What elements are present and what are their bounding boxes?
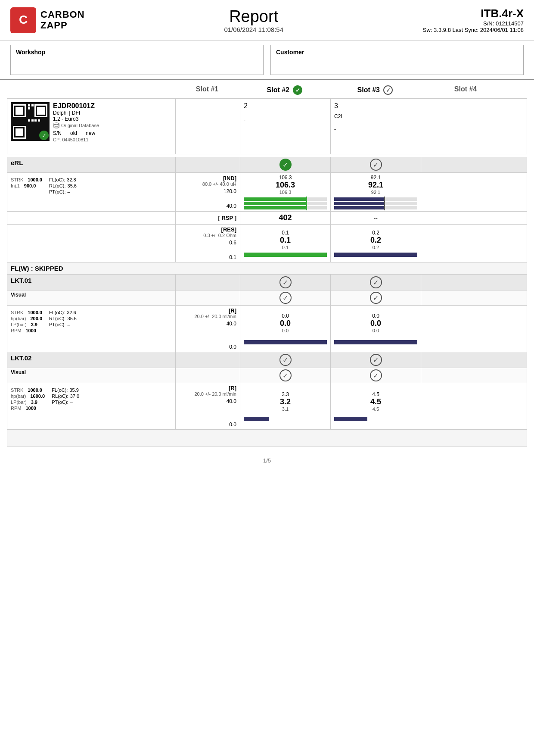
logo-area: C CARBON ZAPP: [10, 7, 85, 33]
device-slot4-cell: [421, 99, 511, 154]
lkt02-visual-slot4: [421, 368, 511, 383]
lkt01-strk-label: STRK: [11, 310, 23, 315]
rl-val: 35.6: [68, 183, 77, 188]
lkt01-visual-slot2: ✓: [240, 291, 330, 305]
lkt02-strk-label: STRK: [11, 387, 23, 393]
lkt01-strk-block: STRK 1000.0 hp(bar) 200.0 LP(bar) 3.9 RP…: [11, 310, 42, 333]
lkt02-r-bottom: 0.0: [227, 422, 236, 428]
slot4-header: Slot #4: [420, 84, 511, 97]
device-slot3-cell: 3 C2I -: [330, 99, 421, 154]
lkt02-fl-label: FL(oC):: [52, 387, 68, 393]
lkt02-slot3-val3: 4.5: [373, 406, 379, 412]
inj-val: 900.0: [24, 183, 36, 188]
erl-slot3-check: ✓: [330, 157, 421, 172]
lkt01-r-slot2: 0.0 0.0 0.0: [240, 306, 330, 352]
slot2-res-val3: 0.1: [282, 245, 289, 250]
device-slot2-cell: 2 -: [240, 99, 330, 154]
lkt02-strk-block: STRK 1000.0 hp(bar) 1600.0 LP(bar) 3.9 R…: [11, 387, 45, 411]
lkt01-slot3-val2: 0.0: [370, 319, 381, 328]
lkt02-title: LKT.02: [7, 352, 175, 368]
lkt02-slot2-val2: 3.2: [280, 397, 291, 406]
lkt01-r-top: 40.0: [227, 321, 236, 327]
device-slot1-cell: [175, 99, 240, 154]
lkt02-slot2-check-icon: ✓: [279, 354, 292, 366]
erl-slot4: [421, 157, 511, 172]
lkt01-slot2-val3: 0.0: [282, 328, 289, 333]
sn-old-label: old: [70, 130, 77, 136]
pt-label: PT(oC):: [49, 189, 66, 194]
lkt02-slot2-check: ✓: [240, 352, 330, 368]
rsp-slot3-val: --: [374, 215, 378, 221]
lkt01-visual-label: Visual: [7, 291, 175, 305]
lkt01-visual-slot3-icon: ✓: [370, 292, 382, 304]
device-info: ✓ EJDR00101Z Delphi | DFI 1.2 - Euro3 Or…: [7, 99, 175, 154]
erl-ind-slot2: 106.3 106.3 106.3: [240, 173, 330, 211]
slot3-ind-val1: 92.1: [371, 175, 381, 181]
lkt02-slot2-val1: 3.3: [282, 391, 289, 397]
slot3-res-val3: 0.2: [373, 245, 379, 250]
slot2-number: 2: [244, 102, 327, 110]
lkt02-visual-slot3: ✓: [330, 368, 421, 383]
lkt02-rl-label: RL(oC):: [52, 394, 68, 399]
lkt02-rl-val: 37.0: [70, 394, 79, 399]
lkt02-lp-val: 3.9: [31, 400, 37, 405]
svg-rect-12: [28, 104, 30, 106]
svg-rect-11: [16, 128, 23, 136]
lkt02-fl-block: FL(oC): 35.9 RL(oC): 37.0 PT(oC): –: [52, 387, 79, 405]
lkt02-rpm-label: RPM: [11, 406, 21, 411]
report-date: 01/06/2024 11:08:54: [224, 26, 283, 33]
slot3-ind-val2: 92.1: [368, 181, 383, 190]
lkt02-visual-slot1: [175, 368, 240, 383]
rl-label: RL(oC):: [49, 183, 66, 188]
lkt01-r-param: [R] 20.0 +/- 20.0 ml/min 40.0 0.0: [175, 306, 240, 352]
erl-res-slot3: 0.2 0.2 0.2: [330, 225, 421, 262]
bottom-empty-section: [7, 430, 527, 447]
lkt02-r-slot4: [421, 383, 511, 429]
report-right: ITB.4r-X S/N: 012114507 Sw: 3.3.9.8 Last…: [423, 7, 524, 33]
svg-rect-17: [34, 119, 37, 122]
svg-text:C: C: [19, 13, 28, 26]
lkt01-slot4: [421, 275, 511, 290]
lkt02-visual-label: Visual: [7, 368, 175, 383]
device-brand: Delphi | DFI: [53, 110, 99, 116]
slot2-check-icon: ✓: [291, 86, 302, 94]
strk-val: 1000.0: [28, 177, 42, 182]
svg-rect-18: [38, 119, 40, 122]
lkt01-visual-slot4: [421, 291, 511, 305]
erl-ind-slot4: [421, 173, 511, 211]
carbon-zapp-logo-icon: C: [10, 7, 36, 33]
lkt01-r-bottom: 0.0: [227, 344, 236, 350]
slot1-header: Slot #1: [175, 84, 239, 97]
lkt02-rpm-val: 1000: [25, 406, 36, 411]
report-center: Report 01/06/2024 11:08:54: [224, 7, 283, 33]
device-model: EJDR00101Z: [53, 102, 99, 110]
lkt02-strk-val: 1000.0: [28, 387, 42, 393]
slot-header-row: Slot #1 Slot #2 ✓ Slot #3 ✓ Slot #4: [7, 84, 527, 97]
slot2-ind-val2: 106.3: [276, 181, 295, 190]
erl-res-slot2: 0.1 0.1 0.1: [240, 225, 330, 262]
device-details: EJDR00101Z Delphi | DFI 1.2 - Euro3 Orig…: [53, 102, 99, 142]
lkt01-r-slot3: 0.0 0.0 0.0: [330, 306, 421, 352]
erl-fl-block: FL(oC): 32.8 RL(oC): 35.6 PT(oC): –: [49, 177, 77, 194]
erl-res-param: [RES] 0.3 +/- 0.2 Ohm 0.6 0.1: [175, 225, 240, 262]
lkt02-section-header: LKT.02 ✓ ✓: [7, 352, 527, 368]
slot3-check-icon: ✓: [382, 86, 393, 94]
lkt02-r-top: 40.0: [227, 398, 236, 404]
lkt02-fl-val: 35.9: [69, 387, 78, 393]
lkt01-rpm-val: 1000: [25, 328, 36, 333]
device-sn-row: S/N old new: [53, 130, 99, 136]
strk-label: STRK: [11, 177, 23, 182]
lkt01-fl-block: FL(oC): 32.6 RL(oC): 35.6 PT(oC): –: [49, 310, 77, 327]
lkt02-pt-label: PT(oC):: [52, 400, 68, 405]
database-icon-row: Original Database: [53, 122, 99, 129]
main-content: Slot #1 Slot #2 ✓ Slot #3 ✓ Slot #4: [0, 80, 534, 450]
report-title: Report: [224, 7, 283, 26]
customer-box: Customer: [270, 45, 524, 75]
slot3-number: 3: [334, 102, 417, 110]
erl-slot2-check: ✓: [240, 157, 330, 172]
ind-label: [IND]: [202, 175, 236, 181]
lkt02-r-left: STRK 1000.0 hp(bar) 1600.0 LP(bar) 3.9 R…: [7, 383, 175, 429]
erl-strk-block: STRK 1000.0 Inj.1 900.0: [11, 177, 42, 188]
lkt02-lp-label: LP(bar): [11, 400, 27, 405]
lkt02-visual-slot2: ✓: [240, 368, 330, 383]
